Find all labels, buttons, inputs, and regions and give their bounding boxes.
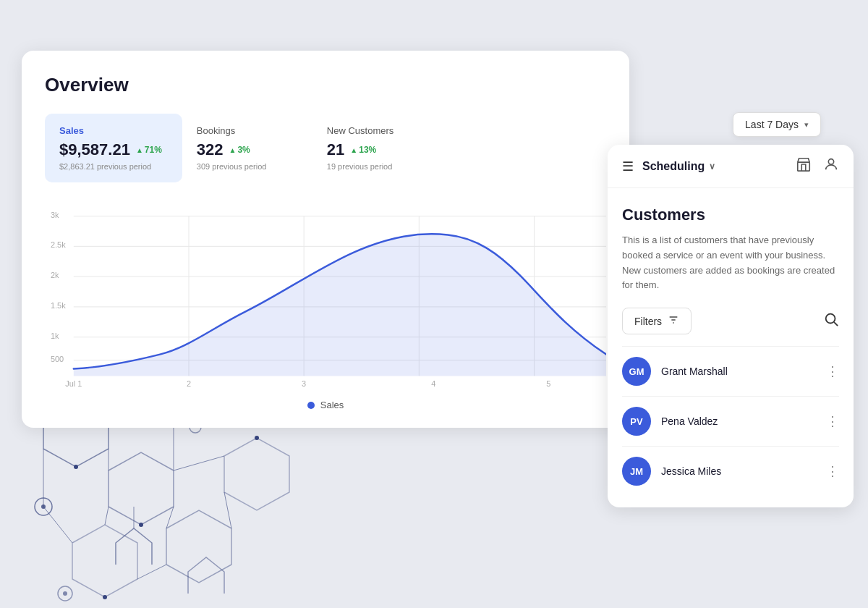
scheduling-title[interactable]: Scheduling ∨ [642,160,715,173]
customers-description: This is a list of customers that have pr… [622,233,839,293]
customer-name-1: Pena Valdez [661,415,816,427]
metric-value-row-bookings: 322 ▲ 3% [197,140,292,159]
more-options-icon-2[interactable]: ⋮ [826,463,839,479]
svg-point-53 [826,314,835,324]
scheduling-title-text: Scheduling [642,160,705,173]
svg-line-16 [137,565,166,579]
metric-value-bookings: 322 [197,140,224,159]
svg-line-19 [224,492,231,528]
metric-label-bookings: Bookings [197,125,292,136]
metric-label-sales: Sales [59,125,162,136]
customer-avatar-0: GM [622,357,651,386]
svg-text:3: 3 [302,379,306,388]
customer-name-2: Jessica Miles [661,465,816,477]
svg-text:3k: 3k [51,211,59,219]
up-arrow-icon-bookings: ▲ [229,146,237,154]
customer-item-2[interactable]: JM Jessica Miles ⋮ [622,446,839,496]
svg-text:1.5k: 1.5k [51,301,66,310]
svg-point-9 [63,591,67,596]
search-button[interactable] [823,311,839,331]
up-arrow-icon: ▲ [136,146,143,154]
filters-button[interactable]: Filters [622,308,692,334]
customer-avatar-1: PV [622,407,651,436]
metric-value-row-new-customers: 21 ▲ 13% [327,140,422,159]
customer-name-0: Grant Marshall [661,366,816,377]
metric-prev-bookings: 309 previous period [197,162,292,171]
svg-text:1k: 1k [51,332,59,340]
customers-card: ☰ Scheduling ∨ [608,145,854,507]
svg-point-49 [828,159,833,164]
metric-badge-sales: ▲ 71% [136,145,162,155]
metric-badge-bookings: ▲ 3% [229,145,250,155]
metric-prev-sales: $2,863.21 previous period [59,162,162,171]
more-options-icon-0[interactable]: ⋮ [826,363,839,379]
svg-rect-48 [798,162,810,171]
scheduling-right [796,156,839,176]
metric-prev-new-customers: 19 previous period [327,162,422,171]
metric-label-new-customers: New Customers [327,125,422,136]
metric-card-bookings[interactable]: Bookings 322 ▲ 3% 309 previous period [182,114,312,182]
store-icon[interactable] [796,156,812,176]
customers-body: Customers This is a list of customers th… [608,188,854,507]
up-arrow-icon-customers: ▲ [350,146,357,154]
customer-item-0[interactable]: GM Grant Marshall ⋮ [622,346,839,396]
metric-badge-value-sales: 71% [145,145,162,155]
scheduling-header: ☰ Scheduling ∨ [608,145,854,188]
customers-title: Customers [622,206,839,224]
metric-badge-value-bookings: 3% [237,145,250,155]
metric-badge-new-customers: ▲ 13% [350,145,376,155]
chart-legend: Sales [45,400,606,410]
overview-title: Overview [45,74,606,96]
svg-marker-2 [109,452,174,525]
customer-avatar-2: JM [622,457,651,486]
customer-list: GM Grant Marshall ⋮ PV Pena Valdez ⋮ JM … [622,346,839,496]
chart-area: 3k 2.5k 2k 1.5k 1k 500 Jul 1 2 [45,203,606,391]
metric-value-new-customers: 21 [327,140,344,159]
user-icon[interactable] [823,156,839,176]
legend-label-sales: Sales [320,400,344,410]
svg-line-20 [174,456,224,470]
svg-text:2k: 2k [51,271,59,279]
legend-dot-sales [307,402,315,409]
metric-card-new-customers[interactable]: New Customers 21 ▲ 13% 19 previous perio… [312,114,443,182]
metric-badge-value-customers: 13% [359,145,376,155]
svg-text:4: 4 [431,379,435,388]
svg-point-24 [139,523,143,527]
svg-point-23 [74,465,78,469]
svg-text:500: 500 [51,355,64,363]
svg-text:2: 2 [187,379,191,388]
svg-marker-5 [224,438,289,510]
metric-value-row-sales: $9,587.21 ▲ 71% [59,140,162,159]
overview-card: Overview Sales $9,587.21 ▲ 71% $2,863.21… [22,51,629,428]
date-filter-label: Last 7 Days [745,119,799,130]
more-options-icon-1[interactable]: ⋮ [826,413,839,429]
metrics-row: Sales $9,587.21 ▲ 71% $2,863.21 previous… [45,114,606,182]
chevron-down-icon: ▾ [804,120,809,130]
scheduling-chevron-icon: ∨ [709,161,715,172]
svg-point-25 [103,595,107,599]
scheduling-left: ☰ Scheduling ∨ [622,159,715,174]
svg-line-54 [834,322,838,326]
svg-line-18 [43,507,72,543]
svg-text:2.5k: 2.5k [51,240,66,249]
svg-text:5: 5 [546,379,550,388]
metric-value-sales: $9,587.21 [59,140,130,159]
filters-label: Filters [634,316,662,327]
svg-point-26 [255,436,259,440]
svg-text:Jul 1: Jul 1 [65,379,82,388]
filter-icon [668,314,679,328]
sales-chart: 3k 2.5k 2k 1.5k 1k 500 Jul 1 2 [45,203,606,391]
svg-marker-3 [166,510,231,583]
customer-item-1[interactable]: PV Pena Valdez ⋮ [622,396,839,446]
svg-marker-4 [72,525,137,597]
date-filter-button[interactable]: Last 7 Days ▾ [733,112,821,137]
filters-row: Filters [622,308,839,334]
svg-line-17 [105,507,109,525]
hamburger-icon[interactable]: ☰ [622,159,634,174]
metric-card-sales[interactable]: Sales $9,587.21 ▲ 71% $2,863.21 previous… [45,114,182,182]
